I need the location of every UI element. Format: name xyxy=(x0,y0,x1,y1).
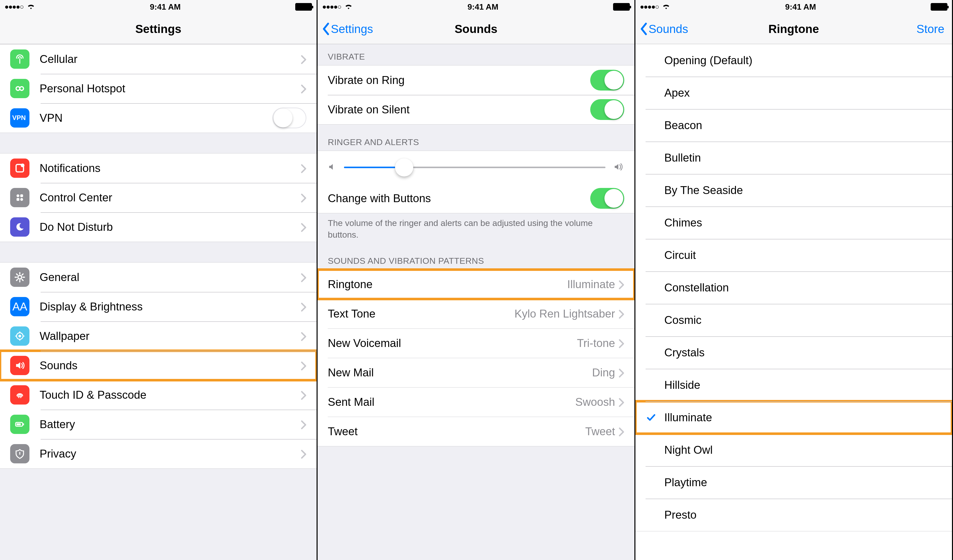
cell-new-voicemail[interactable]: New VoicemailTri-tone xyxy=(318,328,634,358)
general-icon xyxy=(10,268,29,287)
ringtone-item[interactable]: Bulletin xyxy=(635,142,952,174)
chevron-right-icon xyxy=(619,427,624,436)
toggle-vpn[interactable] xyxy=(272,108,306,128)
ringtone-label: Hillside xyxy=(664,379,942,391)
cell-label: Sounds xyxy=(40,359,301,372)
chevron-right-icon xyxy=(301,163,306,173)
cell-label: Personal Hotspot xyxy=(40,82,301,95)
settings-cell-hotspot[interactable]: Personal Hotspot xyxy=(0,74,317,103)
settings-cell-privacy[interactable]: Privacy xyxy=(0,439,317,469)
settings-cell-sounds[interactable]: Sounds xyxy=(0,351,317,380)
ringtone-item[interactable]: Beacon xyxy=(635,109,952,142)
status-time: 9:41 AM xyxy=(785,2,816,12)
settings-cell-vpn[interactable]: VPNVPN xyxy=(0,103,317,133)
cell-tweet[interactable]: TweetTweet xyxy=(318,417,634,446)
wifi-icon xyxy=(662,2,671,12)
back-button[interactable]: Sounds xyxy=(640,22,688,36)
settings-cell-cellular[interactable]: Cellular xyxy=(0,44,317,74)
wifi-icon xyxy=(344,2,353,12)
ringer-volume-slider[interactable] xyxy=(318,151,634,184)
store-button[interactable]: Store xyxy=(916,22,944,36)
settings-cell-dnd[interactable]: Do Not Disturb xyxy=(0,212,317,242)
svg-point-5 xyxy=(17,194,19,197)
screen-ringtone: ●●●●○ 9:41 AM Sounds Ringtone Store Open… xyxy=(635,0,953,560)
cell-vibrate-on-silent[interactable]: Vibrate on Silent xyxy=(318,95,634,124)
ringtone-label: Cosmic xyxy=(664,314,942,326)
cell-label: Do Not Disturb xyxy=(40,221,301,234)
chevron-right-icon xyxy=(301,302,306,311)
ringtone-item[interactable]: Hillside xyxy=(635,369,952,401)
cell-label: Touch ID & Passcode xyxy=(40,388,301,401)
cell-label: Cellular xyxy=(40,53,301,65)
slider-thumb[interactable] xyxy=(395,158,413,176)
cell-label: Ringtone xyxy=(328,278,567,291)
cell-label: Text Tone xyxy=(328,307,514,320)
ringtone-label: Chimes xyxy=(664,217,942,229)
settings-cell-general[interactable]: General xyxy=(0,263,317,292)
svg-point-9 xyxy=(18,275,22,279)
back-button[interactable]: Settings xyxy=(322,22,373,36)
signal-dots: ●●●●○ xyxy=(322,3,341,11)
cell-ringtone[interactable]: RingtoneIlluminate xyxy=(318,269,634,299)
cell-vibrate-on-ring[interactable]: Vibrate on Ring xyxy=(318,65,634,95)
settings-cell-battery[interactable]: Battery xyxy=(0,410,317,439)
cell-detail: Swoosh xyxy=(575,396,615,408)
signal-dots: ●●●●○ xyxy=(640,3,659,11)
cell-label: Vibrate on Ring xyxy=(328,74,590,87)
ringtone-label: Night Owl xyxy=(664,444,942,456)
toggle-change-with-buttons[interactable] xyxy=(590,188,624,209)
settings-cell-touchid[interactable]: Touch ID & Passcode xyxy=(0,380,317,410)
ringtone-item[interactable]: Constellation xyxy=(635,271,952,304)
chevron-right-icon xyxy=(301,360,306,370)
nav-bar: Sounds Ringtone Store xyxy=(635,14,952,44)
screen-settings: ●●●●○ 9:41 AM Settings CellularPersonal … xyxy=(0,0,318,560)
ringtone-item[interactable]: Crystals xyxy=(635,336,952,369)
settings-cell-display[interactable]: AADisplay & Brightness xyxy=(0,292,317,321)
toggle[interactable] xyxy=(590,99,624,120)
status-bar: ●●●●○ 9:41 AM xyxy=(0,0,317,14)
slider-track[interactable] xyxy=(344,167,605,168)
page-title: Ringtone xyxy=(768,22,819,36)
chevron-right-icon xyxy=(301,419,306,429)
cell-change-with-buttons[interactable]: Change with Buttons xyxy=(318,184,634,213)
back-label: Sounds xyxy=(649,22,688,36)
toggle[interactable] xyxy=(590,70,624,91)
settings-cell-wallpaper[interactable]: Wallpaper xyxy=(0,321,317,351)
ringtone-item[interactable]: Cosmic xyxy=(635,304,952,336)
sounds-list[interactable]: VIBRATE Vibrate on RingVibrate on Silent… xyxy=(318,44,634,560)
nav-bar: Settings Sounds xyxy=(318,14,634,44)
page-title: Settings xyxy=(135,22,181,36)
ringtone-item[interactable]: Illuminate xyxy=(635,401,952,434)
cell-detail: Tweet xyxy=(585,425,615,438)
ringtone-item[interactable]: By The Seaside xyxy=(635,174,952,206)
chevron-right-icon xyxy=(301,84,306,93)
ringtone-label: Constellation xyxy=(664,281,942,294)
ringtone-item[interactable]: Circuit xyxy=(635,239,952,271)
ringtone-item[interactable]: Presto xyxy=(635,499,952,531)
battery-icon xyxy=(295,3,312,11)
cell-label: General xyxy=(40,271,301,283)
cell-detail: Tri-tone xyxy=(577,337,615,350)
settings-cell-notifications[interactable]: Notifications xyxy=(0,153,317,183)
privacy-icon xyxy=(10,444,29,463)
cell-text-tone[interactable]: Text ToneKylo Ren Lightsaber xyxy=(318,299,634,328)
battery-icon xyxy=(931,3,947,11)
ringtone-item[interactable]: Apex xyxy=(635,77,952,109)
cell-new-mail[interactable]: New MailDing xyxy=(318,358,634,387)
screen-sounds: ●●●●○ 9:41 AM Settings Sounds VIBRATE Vi… xyxy=(318,0,635,560)
ringtone-item[interactable]: Opening (Default) xyxy=(635,44,952,77)
control-icon xyxy=(10,188,29,207)
cell-detail: Ding xyxy=(592,366,615,379)
ringtone-item[interactable]: Playtime xyxy=(635,466,952,499)
settings-cell-control[interactable]: Control Center xyxy=(0,183,317,212)
chevron-right-icon xyxy=(301,54,306,64)
cell-sent-mail[interactable]: Sent MailSwoosh xyxy=(318,387,634,417)
page-title: Sounds xyxy=(455,22,498,36)
ringtone-item[interactable]: Night Owl xyxy=(635,434,952,466)
ringtone-label: Illuminate xyxy=(664,411,942,424)
settings-list[interactable]: CellularPersonal HotspotVPNVPN Notificat… xyxy=(0,44,317,560)
ringtone-item[interactable]: Chimes xyxy=(635,206,952,239)
ringtone-list[interactable]: Opening (Default)ApexBeaconBulletinBy Th… xyxy=(635,44,952,560)
cell-label: Sent Mail xyxy=(328,396,575,408)
ringtone-label: Circuit xyxy=(664,249,942,261)
